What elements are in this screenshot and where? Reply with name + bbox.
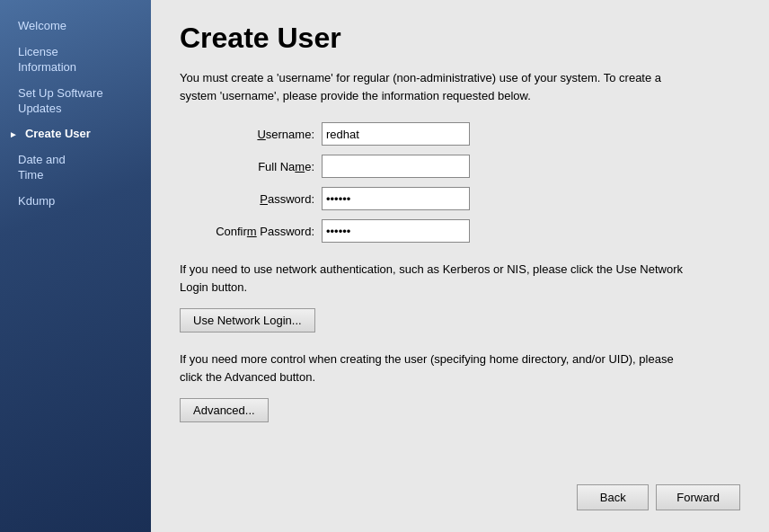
sidebar-item-welcome[interactable]: Welcome: [0, 14, 151, 39]
sidebar-item-label: Set Up SoftwareUpdates: [18, 86, 103, 117]
fullname-row: Full Name:: [180, 155, 740, 178]
use-network-login-button[interactable]: Use Network Login...: [180, 308, 315, 332]
main-content: Create User You must create a 'username'…: [151, 0, 769, 532]
sidebar-item-kdump[interactable]: Kdump: [0, 190, 151, 214]
sidebar-item-date-and-time[interactable]: Date andTime: [0, 148, 151, 188]
advanced-button[interactable]: Advanced...: [180, 398, 269, 422]
description-text: You must create a 'username' for regular…: [180, 69, 683, 104]
sidebar: Welcome LicenseInformation Set Up Softwa…: [0, 0, 151, 532]
confirm-password-input[interactable]: [322, 219, 470, 243]
sidebar-item-label: Kdump: [18, 194, 55, 209]
password-input[interactable]: [322, 187, 470, 210]
page-title: Create User: [180, 22, 740, 55]
sidebar-item-set-up-software-updates[interactable]: Set Up SoftwareUpdates: [0, 82, 151, 121]
fullname-label: Full Name:: [180, 160, 314, 173]
username-label: Username:: [180, 128, 314, 141]
forward-button[interactable]: Forward: [656, 484, 740, 510]
sidebar-item-label: Date andTime: [18, 153, 66, 183]
bottom-nav: Back Forward: [180, 475, 740, 510]
back-button[interactable]: Back: [577, 484, 649, 510]
confirm-password-label: Confirm Password:: [180, 225, 314, 238]
sidebar-item-license-information[interactable]: LicenseInformation: [0, 40, 151, 80]
password-label: Password:: [180, 192, 314, 206]
password-row: Password:: [180, 187, 740, 210]
sidebar-item-create-user[interactable]: ► Create User: [0, 122, 151, 146]
username-input[interactable]: [322, 122, 470, 146]
username-row: Username:: [180, 122, 740, 146]
confirm-password-row: Confirm Password:: [180, 219, 740, 243]
advanced-info-text: If you need more control when creating t…: [180, 350, 683, 386]
sidebar-item-label: Create User: [25, 127, 91, 142]
fullname-input[interactable]: [322, 155, 470, 178]
sidebar-item-label: Welcome: [18, 19, 66, 34]
sidebar-item-label: LicenseInformation: [18, 45, 76, 75]
advanced-section: If you need more control when creating t…: [180, 350, 740, 422]
user-form: Username: Full Name: Password: Confirm P…: [180, 122, 740, 243]
active-arrow-icon: ►: [9, 129, 18, 140]
network-info-text: If you need to use network authenticatio…: [180, 261, 683, 296]
